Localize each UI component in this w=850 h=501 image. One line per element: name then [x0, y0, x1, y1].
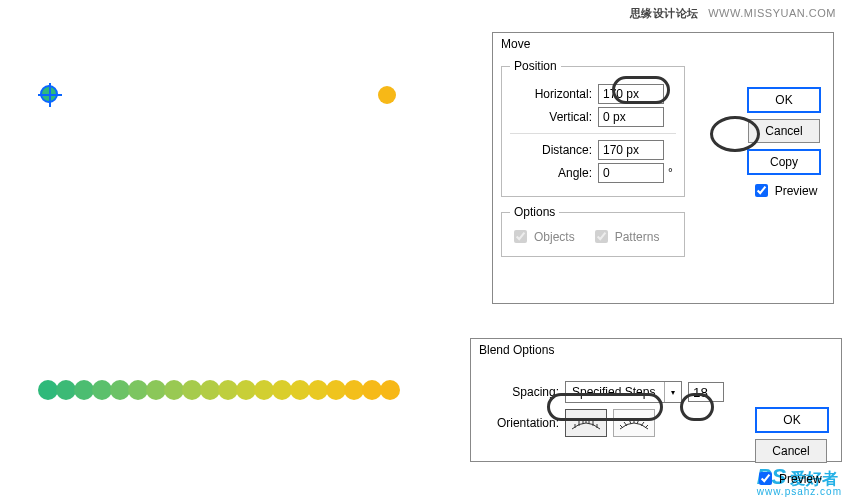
orientation-path-icon	[619, 415, 649, 431]
blend-step-dot	[92, 380, 112, 400]
blend-step-dot	[326, 380, 346, 400]
angle-input[interactable]	[598, 163, 664, 183]
blend-step-dot	[182, 380, 202, 400]
orientation-page-icon	[571, 415, 601, 431]
orientation-align-to-path-button[interactable]	[613, 409, 655, 437]
move-dialog: Move Position Horizontal: Vertical: Dist…	[492, 32, 834, 304]
horizontal-label: Horizontal:	[535, 87, 592, 101]
blend-step-dot	[38, 380, 58, 400]
blend-step-dot	[56, 380, 76, 400]
blend-step-dot	[218, 380, 238, 400]
blend-preview-checkbox[interactable]: Preview	[755, 469, 829, 488]
blend-buttons: OK Cancel Preview	[755, 407, 829, 488]
move-dialog-title: Move	[493, 33, 833, 59]
blend-step-dot	[236, 380, 256, 400]
options-group: Options Objects Patterns	[501, 205, 685, 257]
objects-checkbox[interactable]: Objects	[510, 227, 575, 246]
spacing-label: Spacing:	[483, 385, 559, 399]
selected-green-dot[interactable]	[40, 85, 58, 103]
angle-unit: °	[668, 166, 676, 180]
blend-step-dot	[380, 380, 400, 400]
spacing-steps-input[interactable]	[688, 382, 724, 402]
copy-button[interactable]: Copy	[747, 149, 821, 175]
spacing-select[interactable]: Specified Steps ▾	[565, 381, 682, 403]
options-legend: Options	[510, 205, 559, 219]
position-group: Position Horizontal: Vertical: Distance:…	[501, 59, 685, 197]
blend-options-dialog: Blend Options Spacing: Specified Steps ▾…	[470, 338, 842, 462]
preview-checkbox[interactable]: Preview	[751, 181, 818, 200]
canvas	[0, 0, 480, 500]
orientation-label: Orientation:	[483, 416, 559, 430]
ok-button[interactable]: OK	[747, 87, 821, 113]
orientation-align-to-page-button[interactable]	[565, 409, 607, 437]
blend-step-dot	[290, 380, 310, 400]
blend-ok-button[interactable]: OK	[755, 407, 829, 433]
blend-step-dot	[200, 380, 220, 400]
patterns-checkbox[interactable]: Patterns	[591, 227, 660, 246]
watermark-top-cn: 思缘设计论坛	[630, 7, 699, 19]
blend-step-dot	[362, 380, 382, 400]
blend-result-strip[interactable]	[40, 380, 400, 400]
watermark-top-url: WWW.MISSYUAN.COM	[708, 7, 836, 19]
move-buttons: OK Cancel Copy Preview	[747, 87, 821, 200]
chevron-down-icon: ▾	[664, 382, 681, 402]
blend-step-dot	[164, 380, 184, 400]
blend-step-dot	[74, 380, 94, 400]
spacing-select-value: Specified Steps	[566, 385, 664, 399]
blend-step-dot	[110, 380, 130, 400]
blend-step-dot	[308, 380, 328, 400]
blend-step-dot	[272, 380, 292, 400]
yellow-dot[interactable]	[378, 86, 396, 104]
watermark-top: 思缘设计论坛 WWW.MISSYUAN.COM	[630, 6, 836, 21]
horizontal-input[interactable]	[598, 84, 664, 104]
blend-dialog-title: Blend Options	[471, 339, 841, 365]
distance-input[interactable]	[598, 140, 664, 160]
blend-cancel-button[interactable]: Cancel	[755, 439, 827, 463]
vertical-input[interactable]	[598, 107, 664, 127]
angle-label: Angle:	[558, 166, 592, 180]
blend-step-dot	[344, 380, 364, 400]
blend-step-dot	[254, 380, 274, 400]
blend-step-dot	[146, 380, 166, 400]
vertical-label: Vertical:	[549, 110, 592, 124]
cancel-button[interactable]: Cancel	[748, 119, 820, 143]
position-legend: Position	[510, 59, 561, 73]
blend-step-dot	[128, 380, 148, 400]
distance-label: Distance:	[542, 143, 592, 157]
